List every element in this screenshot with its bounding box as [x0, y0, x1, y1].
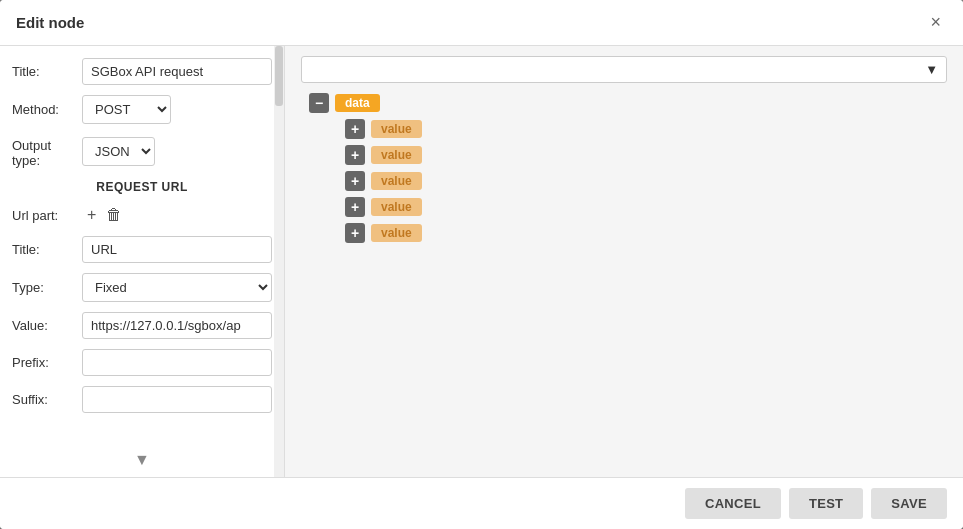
root-minus-button[interactable]: − [309, 93, 329, 113]
child-value-tag-1: value [371, 120, 422, 138]
tree-child-row-5: + value [345, 223, 947, 243]
method-label: Method: [12, 102, 82, 117]
title-label: Title: [12, 64, 82, 79]
url-title-row: Title: [12, 236, 272, 263]
output-type-select[interactable]: JSON XML Text [82, 137, 155, 166]
tree-child-row-4: + value [345, 197, 947, 217]
tree-child-node: + value [345, 145, 947, 165]
url-suffix-label: Suffix: [12, 392, 82, 407]
root-node-tag: data [335, 94, 380, 112]
tree-root-row: − data [309, 93, 947, 113]
tree-child-node: + value [345, 171, 947, 191]
child-plus-button-5[interactable]: + [345, 223, 365, 243]
tree-root-node: − data + value + [309, 93, 947, 243]
url-prefix-label: Prefix: [12, 355, 82, 370]
child-plus-button-1[interactable]: + [345, 119, 365, 139]
dialog-header: Edit node × [0, 0, 963, 46]
dialog-title: Edit node [16, 14, 84, 31]
right-panel: ▼ − data + value [285, 46, 963, 477]
child-value-tag-3: value [371, 172, 422, 190]
child-plus-button-2[interactable]: + [345, 145, 365, 165]
edit-node-dialog: Edit node × Title: Method: POST GET PUT … [0, 0, 963, 529]
url-suffix-input[interactable] [82, 386, 272, 413]
title-row: Title: [12, 58, 272, 85]
output-type-label: Output type: [12, 134, 82, 168]
url-part-row: Url part: + 🗑 [12, 204, 272, 226]
child-plus-button-3[interactable]: + [345, 171, 365, 191]
method-row: Method: POST GET PUT DELETE [12, 95, 272, 124]
child-plus-button-4[interactable]: + [345, 197, 365, 217]
scroll-down-button[interactable]: ▼ [134, 451, 150, 469]
url-type-row: Type: Fixed Variable [12, 273, 272, 302]
tree-child-node: + value [345, 223, 947, 243]
url-part-label: Url part: [12, 208, 82, 223]
output-type-row: Output type: JSON XML Text [12, 134, 272, 168]
tree-dropdown[interactable]: ▼ [301, 56, 947, 83]
dialog-footer: CANCEL TEST SAVE [0, 477, 963, 529]
url-title-label: Title: [12, 242, 82, 257]
left-panel: Title: Method: POST GET PUT DELETE Outpu… [0, 46, 285, 477]
save-button[interactable]: SAVE [871, 488, 947, 519]
child-value-tag-4: value [371, 198, 422, 216]
url-part-add-button[interactable]: + [82, 204, 101, 226]
tree-child-node: + value [345, 119, 947, 139]
children-container: + value + value + [309, 119, 947, 243]
url-prefix-row: Prefix: [12, 349, 272, 376]
url-value-row: Value: [12, 312, 272, 339]
tree-child-row-3: + value [345, 171, 947, 191]
url-prefix-input[interactable] [82, 349, 272, 376]
url-suffix-row: Suffix: [12, 386, 272, 413]
url-part-delete-button[interactable]: 🗑 [101, 204, 127, 226]
child-value-tag-2: value [371, 146, 422, 164]
url-value-label: Value: [12, 318, 82, 333]
chevron-down-icon: ▼ [925, 62, 938, 77]
dialog-body: Title: Method: POST GET PUT DELETE Outpu… [0, 46, 963, 477]
tree-child-node: + value [345, 197, 947, 217]
test-button[interactable]: TEST [789, 488, 863, 519]
scrollbar-track [274, 46, 284, 477]
tree-container: − data + value + [301, 93, 947, 243]
title-input[interactable] [82, 58, 272, 85]
request-url-section-title: REQUEST URL [12, 180, 272, 194]
child-value-tag-5: value [371, 224, 422, 242]
url-type-select[interactable]: Fixed Variable [82, 273, 272, 302]
close-button[interactable]: × [924, 10, 947, 35]
url-value-input[interactable] [82, 312, 272, 339]
cancel-button[interactable]: CANCEL [685, 488, 781, 519]
scrollbar-thumb[interactable] [275, 46, 283, 106]
url-title-input[interactable] [82, 236, 272, 263]
method-select[interactable]: POST GET PUT DELETE [82, 95, 171, 124]
tree-child-row-1: + value [345, 119, 947, 139]
url-type-label: Type: [12, 280, 82, 295]
tree-child-row-2: + value [345, 145, 947, 165]
